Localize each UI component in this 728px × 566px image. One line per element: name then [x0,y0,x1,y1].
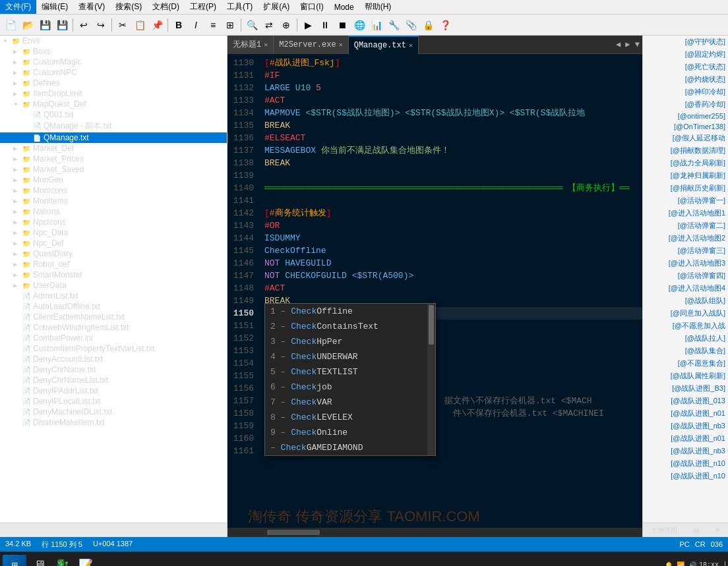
right-panel-item-22[interactable]: [@同意加入战队] [643,307,728,320]
tree-file-DenyChrName.txt[interactable]: 📄DenyChrName.txt [0,364,227,375]
right-panel-item-25[interactable]: [@战队集合] [643,345,728,357]
right-panel-item-34[interactable]: [@战队进图_n10 [643,457,728,470]
tab-untitled[interactable]: 无标题1 ✕ [228,36,274,54]
toolbar-paste[interactable]: 📌 [149,17,165,33]
tree-folder-Market_Prices[interactable]: ▶📁Market_Prices [0,154,227,164]
toolbar-save-all[interactable]: 💾 [54,17,70,33]
toolbar-extra1[interactable]: ▶ [300,17,316,33]
right-panel-item-3[interactable]: [@灼烧状态] [643,73,728,86]
toolbar-cut[interactable]: ✂ [115,17,131,33]
right-panel-item-26[interactable]: [@不愿意集合] [643,357,728,370]
tree-file-DenyAccountList.txt[interactable]: 📄DenyAccountList.txt [0,354,227,364]
toolbar-extra5[interactable]: 📊 [369,17,384,33]
tree-file-Q001.txt[interactable]: 📄Q001.txt [0,109,227,120]
right-panel-item-12[interactable]: [@捐献历史刷新] [643,182,728,194]
autocomplete-item-6[interactable]: 7 – CheckVAR [265,395,435,410]
toolbar-more1[interactable]: ≡ [205,17,221,33]
tree-folder-Defines[interactable]: ▶📁Defines [0,78,227,88]
menu-extend[interactable]: 扩展(A) [258,0,295,14]
toolbar-b[interactable]: B [171,17,187,33]
tab-untitled-close[interactable]: ✕ [264,41,268,49]
menu-window[interactable]: 窗口(I) [295,0,328,14]
autocomplete-item-7[interactable]: 8 – CheckLEVELEX [265,410,435,425]
right-panel-item-4[interactable]: [@神印冷却] [643,86,728,98]
tree-folder-Npc_Def[interactable]: ▶📁Npc_Def [0,238,227,248]
right-panel-item-9[interactable]: [@捐献数据清理] [643,144,728,157]
tree-folder-MonGen[interactable]: ▶📁MonGen [0,175,227,185]
right-panel-item-30[interactable]: [@战队进图_n01 [643,407,728,420]
tree-folder-Npc_Data[interactable]: ▶📁Npc_Data [0,227,227,238]
toolbar-i[interactable]: I [188,17,204,33]
tab-qmanage[interactable]: QManage.txt ✕ [349,36,419,54]
right-panel-item-0[interactable]: [@守护状态] [643,36,728,48]
menu-doc[interactable]: 文档(D) [147,0,185,14]
tree-file-AutoLoadOffline.txt[interactable]: 📄AutoLoadOffline.txt [0,301,227,312]
autocomplete-item-5[interactable]: 6 – Checkjob [265,380,435,395]
menu-view[interactable]: 查看(V) [73,0,110,14]
right-panel-item-10[interactable]: [@战力全局刷新] [643,157,728,169]
toolbar-more2[interactable]: ⊞ [222,17,238,33]
tree-folder-QuestDiary[interactable]: ▶📁QuestDiary [0,248,227,259]
right-panel-item-16[interactable]: [@进入活动地图2 [643,232,728,244]
right-panel-item-2[interactable]: [@死亡状态] [643,61,728,73]
menu-edit[interactable]: 编辑(E) [36,0,73,14]
tree-folder-MonItems[interactable]: ▶📁MonItems [0,196,227,206]
right-panel-item-17[interactable]: [@活动弹窗三] [643,244,728,257]
autocomplete-item-8[interactable]: 9 – CheckOnline [265,425,435,440]
right-panel-item-33[interactable]: [@战队进图_nb3 [643,445,728,457]
tree-file-DenyIPLocalList.txt[interactable]: 📄DenyIPLocalList.txt [0,396,227,407]
toolbar-find[interactable]: 🔍 [244,17,260,33]
tree-folder-MapQuest_Def[interactable]: ▼📁MapQuest_Def [0,99,227,109]
right-panel-item-19[interactable]: [@活动弹窗四] [643,269,728,282]
tree-file-DenyChrNameList.txt[interactable]: 📄DenyChrNameList.txt [0,375,227,385]
tree-folder-MonIcons[interactable]: ▶📁MonIcons [0,185,227,196]
right-bottom-icon1[interactable]: ▤ [693,526,699,534]
tree-folder-Boxs[interactable]: ▶📁Boxs [0,46,227,57]
tree-folder-Market_Saved[interactable]: ▶📁Market_Saved [0,164,227,175]
tree-folder-CustomNPC[interactable]: ▶📁CustomNPC [0,67,227,78]
tree-file-CombatPower.ini[interactable]: 📄CombatPower.ini [0,333,227,343]
toolbar-extra8[interactable]: 🔒 [420,17,436,33]
tray-show-desktop[interactable]: ▕ [721,561,725,567]
tree-folder-ItemDropLimit[interactable]: ▶📁ItemDropLimit [0,88,227,99]
editor-hscrollbar[interactable] [228,528,642,537]
toolbar-extra3[interactable]: ⏹ [334,17,350,33]
tree-folder-UserData[interactable]: ▶📁UserData [0,280,227,291]
tree-folder-Envir[interactable]: ▼📁Envir [0,36,227,46]
toolbar-replace[interactable]: ⇄ [261,17,277,33]
taskbar-app-2[interactable]: 🐉 [50,555,74,567]
right-panel-item-20[interactable]: [@进入活动地图4 [643,282,728,295]
tree-folder-Nations[interactable]: ▶📁Nations [0,206,227,217]
autocomplete-item-3[interactable]: 4 – CheckUNDERWAR [265,349,435,364]
right-panel-item-27[interactable]: [@战队属性刷新] [643,370,728,382]
right-panel-item-24[interactable]: [@战队拉人] [643,332,728,345]
menu-tools[interactable]: 工具(T) [222,0,258,14]
right-panel-item-21[interactable]: [@战队组队] [643,295,728,307]
tree-file-QManage.txt[interactable]: 📄QManage.txt [0,132,227,143]
right-panel-item-11[interactable]: [@龙神归属刷新] [643,169,728,182]
tab-nav-arrows[interactable]: ◀ ▶ ▼ [613,40,642,49]
toolbar-extra2[interactable]: ⏸ [317,17,333,33]
right-panel-item-13[interactable]: [@活动弹窗一] [643,194,728,207]
toolbar-extra6[interactable]: 🔧 [386,17,402,33]
right-panel-item-29[interactable]: [@战队进图_013 [643,395,728,407]
right-panel-item-23[interactable]: [@不愿意加入战 [643,320,728,332]
toolbar-copy[interactable]: 📋 [132,17,148,33]
autocomplete-item-0[interactable]: 1 – CheckOffline [265,304,435,319]
tree-folder-CustomMagic[interactable]: ▶📁CustomMagic [0,57,227,67]
autocomplete-item-9[interactable]: – CheckGAMEDIAMOND [265,440,435,455]
menu-file[interactable]: 文件(F) [0,0,36,14]
taskbar-start[interactable]: ⊞ [3,555,26,567]
right-panel-item-7[interactable]: [@OnTimer138] [643,121,728,132]
toolbar-redo[interactable]: ↪ [93,17,109,33]
tree-folder-SmartMonster[interactable]: ▶📁SmartMonster [0,269,227,280]
tree-folder-NpcIcons[interactable]: ▶📁NpcIcons [0,217,227,227]
menu-help[interactable]: 帮助(H) [359,0,397,14]
tab-m2server[interactable]: M2Server.exe ✕ [274,36,348,54]
tree-folder-Robot_def[interactable]: ▶📁Robot_def [0,259,227,269]
autocomplete-item-2[interactable]: 3 – CheckHpPer [265,334,435,349]
right-panel-item-8[interactable]: [@假人延迟移动 [643,132,728,144]
tree-file-ClientEatItemNameList.txt[interactable]: 📄ClientEatItemNameList.txt [0,312,227,322]
right-panel-item-6[interactable]: [@ontimer255] [643,111,728,121]
tree-file-CustomItemPropertyTextVarList.txt[interactable]: 📄CustomItemPropertyTextVarList.txt [0,343,227,354]
